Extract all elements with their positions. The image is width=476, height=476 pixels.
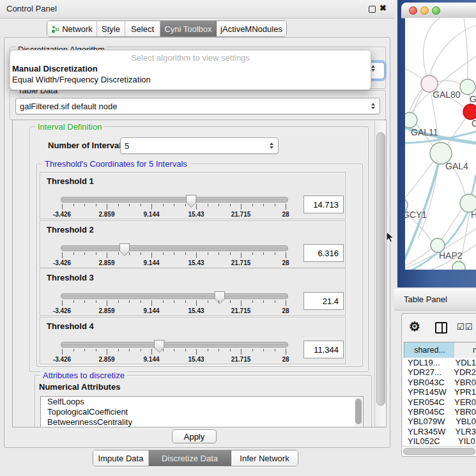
tab-discretize-data[interactable]: Discretize Data xyxy=(149,450,231,466)
column-header-name[interactable]: na xyxy=(454,342,476,358)
numerical-attributes-label: Numerical Attributes xyxy=(39,382,120,392)
attribute-item[interactable]: TopologicalCoefficient xyxy=(41,407,363,417)
settings-scrollpane: Interval Definition Number of Intervals … xyxy=(12,119,387,427)
slider-tick-labels: -3.4262.8599.14415.4321.71528 xyxy=(62,356,286,363)
control-panel-titlebar: Control Panel ✖ xyxy=(0,0,394,19)
top-tab-bar: Network Style Select Cyni Toolbox jActiv… xyxy=(47,20,287,37)
thresholds-group-label: Threshold's Coordinates for 5 Intervals xyxy=(42,159,190,169)
numerical-attributes-list[interactable]: SelfLoopsTopologicalCoefficientBetweenne… xyxy=(40,396,364,427)
slider-ticks xyxy=(62,204,286,210)
tab-style[interactable]: Style xyxy=(97,21,125,36)
threshold-slider[interactable]: -3.4262.8599.14415.4321.71528 xyxy=(61,192,288,219)
attributes-group: Attributes to discretize Numerical Attri… xyxy=(35,375,372,427)
column-header-shared-name[interactable]: shared... xyxy=(404,342,456,358)
network-canvas[interactable]: GAL80 GA C GAL11 GAL4 GCY1 H HAP2 xyxy=(405,18,476,270)
threshold-label: Threshold 2 xyxy=(47,225,94,234)
threshold-label: Threshold 3 xyxy=(47,273,94,282)
network-node-partial[interactable] xyxy=(452,261,465,270)
threshold-value-input[interactable] xyxy=(303,292,344,310)
table-row[interactable]: YLR345WYLR3 xyxy=(403,427,476,436)
tab-jactivemnodules[interactable]: jActiveMNodules xyxy=(217,21,286,36)
tab-label: jActiveMNodules xyxy=(220,24,282,34)
table-row[interactable]: YBL079WYBL0 xyxy=(403,417,476,426)
network-view-window[interactable]: GAL80 GA C GAL11 GAL4 GCY1 H HAP2 xyxy=(397,0,476,288)
slider-ticks xyxy=(62,300,286,307)
network-graph: GAL80 GA C GAL11 GAL4 GCY1 H HAP2 xyxy=(405,18,476,270)
tab-impute-data[interactable]: Impute Data xyxy=(93,450,149,466)
number-of-intervals-value: 5 xyxy=(125,141,129,151)
table-panel: ⚙ ☑☑ shared... na YDL19...YDL1YDR27...YD… xyxy=(401,313,476,457)
list-scrollbar-thumb[interactable] xyxy=(355,399,362,424)
node-label: H xyxy=(471,210,476,220)
apply-button[interactable]: Apply xyxy=(172,429,217,443)
table-hscrollbar-thumb[interactable] xyxy=(403,448,475,455)
attribute-item[interactable]: SelfLoops xyxy=(41,397,363,407)
slider-tick-labels: -3.4262.8599.14415.4321.71528 xyxy=(62,211,286,218)
float-window-icon[interactable] xyxy=(369,6,376,13)
attribute-item[interactable]: BetweennessCentrality xyxy=(41,417,363,427)
tab-network[interactable]: Network xyxy=(47,21,97,36)
attributes-group-label: Attributes to discretize xyxy=(40,371,127,380)
close-icon[interactable]: ✖ xyxy=(380,3,387,13)
minimize-traffic-light-icon[interactable] xyxy=(420,6,429,15)
table-row[interactable]: YBR045CYBR0 xyxy=(403,407,476,417)
threshold-value-input[interactable] xyxy=(303,244,344,262)
node-label: C xyxy=(472,118,476,128)
threshold-slider[interactable]: -3.4262.8599.14415.4321.71528 xyxy=(61,337,288,364)
number-of-intervals-combobox[interactable]: 5 xyxy=(120,137,279,154)
slider-ticks xyxy=(62,252,286,259)
split-columns-icon[interactable] xyxy=(435,322,447,334)
node-label: GA xyxy=(470,94,476,104)
threshold-panel: Threshold 1 -3.4262.8599.14415.4321.7152… xyxy=(40,172,346,219)
table-row[interactable]: YDR27...YDR2 xyxy=(403,367,476,377)
tab-label: Discretize Data xyxy=(162,454,218,463)
tab-label: Impute Data xyxy=(98,454,144,463)
tab-label: Network xyxy=(62,24,93,34)
network-node-red[interactable] xyxy=(463,104,476,119)
gear-icon[interactable]: ⚙ xyxy=(409,319,420,334)
network-icon xyxy=(51,25,59,33)
node-label: GCY1 xyxy=(405,210,427,220)
threshold-panel: Threshold 3 -3.4262.8599.14415.4321.7152… xyxy=(40,268,346,316)
algorithm-dropdown: Select algorithm to view settings Manual… xyxy=(10,50,371,90)
table-panel-title: Table Panel xyxy=(404,295,447,304)
table-data-group: Table Data galFiltered.sif default node xyxy=(10,90,386,120)
tab-cyni-toolbox[interactable]: Cyni Toolbox xyxy=(160,21,217,36)
tab-label: Cyni Toolbox xyxy=(164,24,211,34)
tab-label: Select xyxy=(131,24,154,34)
network-node-g[interactable] xyxy=(460,79,475,95)
table-row[interactable]: YBR043CYBR0 xyxy=(403,378,476,387)
tab-label: Style xyxy=(102,24,120,34)
network-node-gal11[interactable] xyxy=(405,112,417,128)
table-row[interactable]: YIL052CYIL0 xyxy=(403,436,476,446)
algorithm-option[interactable]: Manual Discretization xyxy=(10,63,371,74)
table-row[interactable]: YPR145WYPR1 xyxy=(403,387,476,397)
combo-arrows-icon xyxy=(371,103,376,109)
dropdown-placeholder: Select algorithm to view settings xyxy=(10,50,371,63)
panel-scrollbar-thumb[interactable] xyxy=(376,132,385,406)
slider-tick-labels: -3.4262.8599.14415.4321.71528 xyxy=(62,259,286,266)
threshold-label: Threshold 4 xyxy=(47,321,94,331)
list-scrollbar[interactable] xyxy=(355,397,362,427)
tab-select[interactable]: Select xyxy=(125,21,160,36)
table-row[interactable]: YER054CYER0 xyxy=(403,397,476,407)
interval-definition-label: Interval Definition xyxy=(35,122,104,132)
dropdown-options: Manual DiscretizationEqual Width/Frequen… xyxy=(10,63,371,85)
close-traffic-light-icon[interactable] xyxy=(409,6,417,15)
cyni-toolbox-panel: Discretization Algorithm Select algorith… xyxy=(4,37,390,448)
zoom-traffic-light-icon[interactable] xyxy=(432,6,440,15)
table-row[interactable]: YDL19...YDL1 xyxy=(403,358,476,367)
threshold-slider[interactable]: -3.4262.8599.14415.4321.71528 xyxy=(61,288,288,315)
tab-infer-network[interactable]: Infer Network xyxy=(231,450,298,466)
table-hscrollbar[interactable] xyxy=(402,446,476,456)
threshold-value-input[interactable] xyxy=(303,341,344,358)
table-data-combobox[interactable]: galFiltered.sif default node xyxy=(15,98,380,114)
slider-ticks xyxy=(62,349,286,355)
network-window-titlebar[interactable] xyxy=(401,3,476,19)
panel-scrollbar[interactable] xyxy=(374,121,386,426)
algorithm-option[interactable]: Equal Width/Frequency Discretization xyxy=(10,74,371,85)
threshold-slider[interactable]: -3.4262.8599.14415.4321.71528 xyxy=(61,240,288,267)
threshold-value-input[interactable] xyxy=(303,196,344,213)
select-columns-icon[interactable]: ☑☑ xyxy=(457,322,473,332)
slider-tick-labels: -3.4262.8599.14415.4321.71528 xyxy=(62,307,286,314)
